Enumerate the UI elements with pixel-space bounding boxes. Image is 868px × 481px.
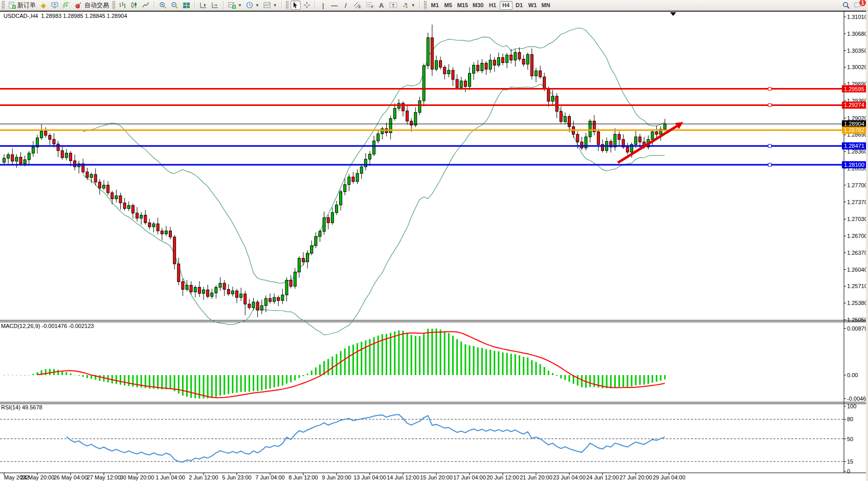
tile-windows-button[interactable] (181, 1, 192, 10)
bear-candle (148, 223, 151, 227)
accounts-button[interactable] (50, 1, 60, 10)
line-chart-button[interactable] (141, 1, 151, 10)
chart-shift-button[interactable] (198, 1, 209, 10)
time-tick-label: 30 May 20:00 (120, 474, 154, 480)
bear-candle (439, 60, 442, 67)
macd-histogram-bar (32, 374, 34, 375)
trend-arrow-annotation[interactable] (618, 122, 683, 163)
macd-signal-line (37, 332, 665, 398)
line-handle[interactable] (768, 88, 771, 91)
macd-histogram-bar (65, 372, 67, 375)
macd-histogram-bar (552, 373, 553, 375)
macd-histogram-bar (502, 353, 504, 375)
bear-candle (131, 206, 134, 213)
bear-candle (568, 117, 571, 127)
bear-candle (302, 258, 305, 262)
toolbar-grip[interactable] (113, 1, 115, 9)
text-tool[interactable]: A (376, 1, 387, 10)
autotrading-icon (75, 2, 83, 9)
chart-shift-marker[interactable] (670, 12, 676, 16)
cursor-tool-button[interactable] (291, 1, 301, 10)
bull-candle (489, 60, 492, 69)
new-order-button[interactable]: 新订单 (7, 1, 37, 10)
text-label-tool[interactable]: T (388, 1, 399, 10)
bar-chart-button[interactable] (117, 1, 128, 10)
chevron-down-icon: ▼ (273, 3, 277, 8)
price-tick-label: 1.30680 (847, 31, 867, 37)
bollinger-lower-band (83, 84, 665, 335)
bear-candle (248, 304, 251, 308)
arrow-objects-tool[interactable]: ▼ (400, 1, 417, 10)
time-tick-label: 15 Jun 20:00 (420, 474, 453, 480)
timeframe-m15[interactable]: M15 (455, 1, 470, 10)
signal-button[interactable] (61, 1, 72, 10)
template-button[interactable]: ▼ (262, 1, 279, 10)
macd-histogram-bar (4, 375, 5, 376)
zoom-out-button[interactable] (169, 1, 180, 10)
bull-candle (663, 124, 666, 129)
zoom-in-button[interactable] (158, 1, 168, 10)
timeframe-m1[interactable]: M1 (429, 1, 441, 10)
timeframe-h1[interactable]: H1 (486, 1, 499, 10)
autotrading-button[interactable]: 自动交易 (73, 1, 110, 10)
timeframe-m5[interactable]: M5 (442, 1, 455, 10)
toolbar-grip[interactable] (286, 1, 288, 9)
macd-histogram-bar (16, 375, 17, 376)
crosshair-tool-button[interactable] (302, 1, 312, 10)
search-button[interactable] (841, 1, 852, 10)
bull-candle (252, 302, 255, 308)
macd-histogram-bar (569, 375, 570, 382)
bear-candle (547, 89, 550, 101)
bear-candle (49, 135, 51, 139)
macd-histogram-bar (369, 339, 371, 375)
timeframe-w1[interactable]: W1 (526, 1, 539, 10)
bear-candle (493, 60, 496, 65)
timeframe-m30[interactable]: M30 (471, 1, 485, 10)
bull-candle (348, 177, 350, 185)
toolbar-separator (223, 1, 224, 9)
bear-candle (452, 70, 454, 79)
line-handle[interactable] (768, 103, 771, 106)
line-handle[interactable] (768, 163, 771, 166)
market-watch-button[interactable]: ◆ (38, 1, 49, 10)
macd-histogram-bar (253, 375, 254, 391)
trend-arrow-shaft[interactable] (618, 126, 677, 163)
toolbar-grip[interactable] (424, 1, 427, 9)
bull-candle (418, 101, 421, 113)
bull-candle (140, 215, 143, 218)
trendline-tool[interactable]: / (341, 1, 351, 10)
bull-candle (506, 55, 508, 62)
macd-histogram-bar (427, 329, 429, 375)
bull-candle (364, 159, 367, 167)
fibonacci-tool[interactable]: F (364, 1, 375, 10)
bull-candle (340, 192, 342, 205)
bear-candle (431, 38, 433, 70)
timeframe-h4[interactable]: H4 (500, 1, 513, 10)
time-tick-label: 2 Jun 12:00 (189, 474, 218, 480)
macd-histogram-bar (298, 375, 300, 378)
chart-template-icon (263, 2, 271, 9)
zoom-in-icon (159, 2, 167, 9)
bear-candle (190, 285, 192, 292)
chart-canvas[interactable]: 1.310101.306801.303501.300201.296901.293… (0, 0, 868, 481)
timeframe-d1[interactable]: D1 (513, 1, 526, 10)
horizontal-line-tool[interactable]: — (329, 1, 340, 10)
svg-text:F: F (371, 5, 373, 9)
notifications-button[interactable]: 1 (853, 1, 864, 10)
macd-histogram-bar (440, 330, 441, 375)
bull-candle (7, 155, 10, 158)
timeframe-mn[interactable]: MN (540, 1, 552, 10)
price-badge-label: 1.29274 (844, 102, 864, 108)
period-button[interactable]: ▼ (244, 1, 261, 10)
auto-scroll-button[interactable] (210, 1, 220, 10)
bear-candle (74, 161, 76, 167)
line-handle[interactable] (768, 144, 771, 147)
vertical-line-tool[interactable]: | (318, 1, 328, 10)
bull-candle (535, 71, 538, 76)
add-indicator-button[interactable]: ▼ (227, 1, 243, 10)
candlestick-chart-button[interactable] (129, 1, 140, 10)
toolbar-grip[interactable] (2, 1, 5, 9)
channel-tool[interactable]: E (352, 1, 363, 10)
macd-histogram-bar (618, 375, 620, 387)
macd-histogram-bar (485, 349, 487, 375)
